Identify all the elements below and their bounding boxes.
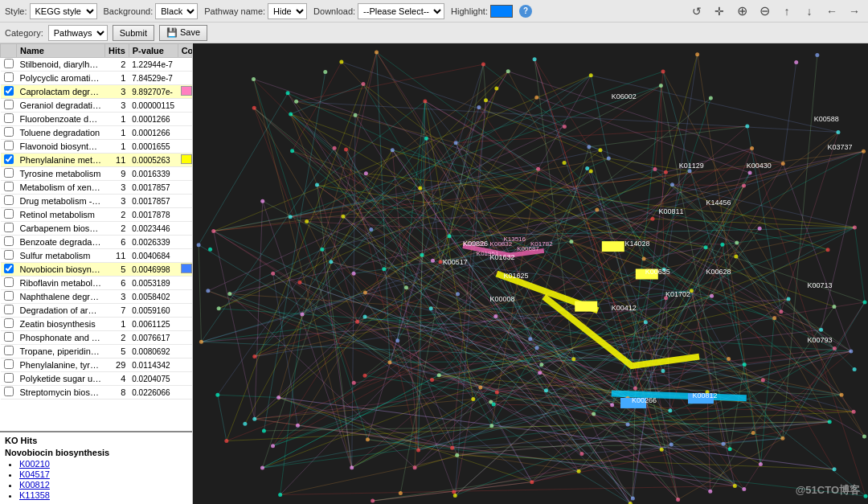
row-checkbox[interactable] <box>4 59 14 68</box>
col-header-pval: P-value <box>129 44 178 58</box>
submit-button[interactable]: Submit <box>113 25 154 41</box>
table-row[interactable]: Stilbenoid, diarylheptanoid ar21.22944e-… <box>1 58 193 72</box>
move-right-button[interactable]: → <box>845 2 863 20</box>
row-checkbox[interactable] <box>4 113 14 123</box>
row-name: Zeatin biosynthesis <box>17 318 105 331</box>
style-select[interactable]: KEGG style <box>30 3 97 19</box>
row-checkbox[interactable] <box>4 209 14 219</box>
background-selector: Background: Black <box>104 3 199 19</box>
table-row[interactable]: Fluorobenzoate degradation10.0001266 <box>1 113 193 126</box>
highlight-control: Highlight: <box>451 5 513 18</box>
row-color <box>178 195 192 208</box>
table-row[interactable]: Degradation of aromatic com70.0059160 <box>1 304 193 318</box>
table-row[interactable]: Metabolism of xenobiotics by30.0017857 <box>1 181 193 195</box>
row-color <box>178 249 192 263</box>
table-row[interactable]: Tyrosine metabolism90.0016339 <box>1 167 193 181</box>
row-checkbox[interactable] <box>4 127 14 137</box>
row-color <box>178 85 192 99</box>
graph-canvas[interactable]: @51CTO博客 <box>193 43 868 504</box>
row-color <box>178 345 192 359</box>
move-left-button[interactable]: ← <box>823 2 841 20</box>
table-row[interactable]: Geraniol degradation30.00000115 <box>1 99 193 113</box>
row-checkbox[interactable] <box>4 291 14 301</box>
row-checkbox[interactable] <box>4 168 14 178</box>
toolbar: Style: KEGG style Background: Black Path… <box>0 0 868 23</box>
row-checkbox[interactable] <box>4 318 14 328</box>
table-row[interactable]: Flavonoid biosynthesis10.0001655 <box>1 140 193 154</box>
row-checkbox[interactable] <box>4 359 14 369</box>
table-row[interactable]: Novobiocin biosynthesis50.0046998 <box>1 263 193 277</box>
table-row[interactable]: Naphthalene degradation30.0058402 <box>1 290 193 304</box>
table-row[interactable]: Tropane, piperidine and pyrid50.0080692 <box>1 345 193 359</box>
row-checkbox[interactable] <box>4 332 14 342</box>
table-row[interactable]: Zeatin biosynthesis10.0061125 <box>1 318 193 331</box>
row-checkbox[interactable] <box>4 100 14 109</box>
color-swatch <box>181 86 192 96</box>
list-item: K11358 <box>19 490 187 500</box>
table-row[interactable]: Riboflavin metabolism60.0053189 <box>1 277 193 290</box>
table-row[interactable]: Phenylalanine, tyrosine and ti290.011434… <box>1 359 193 372</box>
row-checkbox[interactable] <box>4 346 14 355</box>
table-row[interactable]: Retinol metabolism20.0017878 <box>1 208 193 222</box>
row-checkbox[interactable] <box>4 264 14 273</box>
table-row[interactable]: Benzoate degradation60.0026339 <box>1 236 193 249</box>
color-swatch <box>181 264 192 273</box>
row-hits: 2 <box>105 58 129 72</box>
row-checkbox[interactable] <box>4 141 14 150</box>
help-button[interactable]: ? <box>519 5 532 18</box>
highlight-color-swatch[interactable] <box>490 5 513 18</box>
row-color <box>178 140 192 154</box>
row-pvalue: 0.0026339 <box>129 236 178 249</box>
row-checkbox[interactable] <box>4 250 14 260</box>
style-label: Style: <box>5 6 27 16</box>
row-checkbox[interactable] <box>4 373 14 383</box>
move-up-button[interactable]: ↑ <box>778 2 796 20</box>
cursor-button[interactable]: ✛ <box>710 2 728 20</box>
row-checkbox[interactable] <box>4 182 14 191</box>
row-name: Sulfur metabolism <box>17 249 105 263</box>
move-down-button[interactable]: ↓ <box>800 2 818 20</box>
download-select[interactable]: --Please Select-- <box>358 3 444 19</box>
highlight-label: Highlight: <box>451 6 488 16</box>
row-checkbox[interactable] <box>4 223 14 232</box>
ko-link[interactable]: K04517 <box>19 469 50 479</box>
pathway-name-select[interactable]: Hide <box>268 3 307 19</box>
refresh-button[interactable]: ↺ <box>688 2 706 20</box>
row-checkbox[interactable] <box>4 277 14 287</box>
row-checkbox[interactable] <box>4 154 14 164</box>
row-checkbox[interactable] <box>4 86 14 96</box>
download-selector: Download: --Please Select-- <box>313 3 444 19</box>
row-hits: 3 <box>105 195 129 208</box>
row-hits: 1 <box>105 318 129 331</box>
table-row[interactable]: Phenylalanine metabolism110.0005263 <box>1 154 193 167</box>
row-hits: 2 <box>105 208 129 222</box>
ko-link[interactable]: K11358 <box>19 490 50 500</box>
table-row[interactable]: Caprolactam degradation39.892707e- <box>1 85 193 99</box>
table-row[interactable]: Toluene degradation10.0001266 <box>1 126 193 140</box>
download-label: Download: <box>313 6 355 16</box>
style-selector: Style: KEGG style <box>5 3 97 19</box>
row-checkbox[interactable] <box>4 305 14 314</box>
table-row[interactable]: Carbapenem biosynthesis20.0023446 <box>1 222 193 236</box>
table-row[interactable]: Polycyclic aromatic hydrocar17.84529e-7 <box>1 72 193 85</box>
table-row[interactable]: Streptomycin biosynthesis80.0226066 <box>1 386 193 400</box>
ko-link[interactable]: K00812 <box>19 480 50 490</box>
table-row[interactable]: Drug metabolism - cytochron30.0017857 <box>1 195 193 208</box>
row-name: Metabolism of xenobiotics by <box>17 181 105 195</box>
row-checkbox[interactable] <box>4 72 14 82</box>
row-hits: 11 <box>105 154 129 167</box>
zoom-out-button[interactable]: ⊖ <box>755 2 773 20</box>
table-row[interactable]: Polyketide sugar unit biosyntl40.0204075 <box>1 372 193 386</box>
pathway-table[interactable]: Name Hits P-value Color Stilbenoid, diar… <box>0 43 192 431</box>
row-name: Benzoate degradation <box>17 236 105 249</box>
background-select[interactable]: Black <box>155 3 198 19</box>
ko-link[interactable]: K00210 <box>19 459 50 469</box>
row-checkbox[interactable] <box>4 387 14 396</box>
category-select[interactable]: Pathways <box>48 25 108 41</box>
table-row[interactable]: Phosphonate and phosphinate20.0076617 <box>1 331 193 345</box>
save-button[interactable]: 💾 Save <box>159 25 207 41</box>
table-row[interactable]: Sulfur metabolism110.0040684 <box>1 249 193 263</box>
row-checkbox[interactable] <box>4 236 14 246</box>
zoom-in-button[interactable]: ⊕ <box>733 2 751 20</box>
row-checkbox[interactable] <box>4 195 14 205</box>
